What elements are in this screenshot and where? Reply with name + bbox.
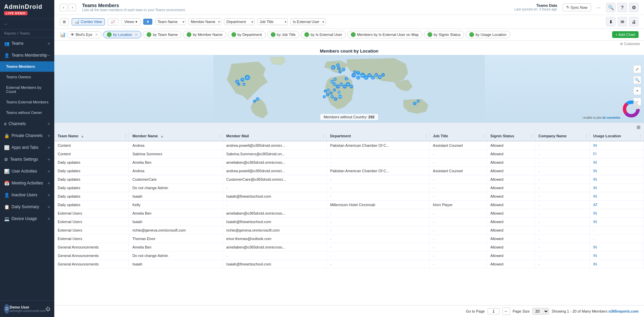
filter-button[interactable]: ▼: [143, 19, 152, 25]
sidebar-item-teams-members[interactable]: Teams Members: [0, 61, 54, 72]
table-row: General Announcements Amelia Ben ameliab…: [54, 243, 644, 252]
col-signin-status[interactable]: Signin Status ⋮: [487, 131, 535, 141]
sidebar-item-teams-external-members[interactable]: Teams External Members: [0, 97, 54, 107]
nav-forward-button[interactable]: ›: [69, 4, 76, 11]
sidebar-item-teams-without-owner[interactable]: Teams without Owner: [0, 107, 54, 118]
settings-button[interactable]: ⚙: [629, 3, 639, 12]
col-member-mail[interactable]: Member Mail ⋮: [223, 131, 326, 141]
sidebar-item-teams-settings[interactable]: ⚙ Teams Settings +: [0, 154, 54, 165]
grid-view-button[interactable]: ⊞: [60, 18, 69, 25]
export-print-button[interactable]: 🖨: [629, 17, 639, 26]
is-external-user-filter: Is External User: [290, 18, 325, 25]
tab-by-team-name[interactable]: by Team Name: [143, 31, 182, 38]
cell-member-name: Sabrina Summers: [129, 150, 223, 158]
svg-text:AM: AM: [368, 75, 371, 76]
by-location-close[interactable]: ✕: [135, 33, 138, 37]
tab-by-job-title[interactable]: by Job Title: [267, 31, 300, 38]
sidebar-item-channels[interactable]: # Channels +: [0, 118, 54, 130]
export-email-button[interactable]: ✉: [618, 17, 627, 26]
cell-department: Pakistan American Chamber Of C...: [326, 141, 429, 150]
export-download-button[interactable]: ⬇: [606, 17, 615, 26]
svg-text:SG: SG: [350, 86, 353, 87]
col-team-name[interactable]: Team Name ▲ ⋮: [54, 131, 129, 141]
cell-signin-status: Allowed: [487, 150, 535, 158]
help-button[interactable]: ?: [618, 3, 627, 12]
sidebar-item-inactive-users[interactable]: 👤 Inactive Users +: [0, 189, 54, 201]
tab-by-signin-status[interactable]: by Signin Status: [424, 31, 465, 38]
tab-by-usage-location[interactable]: by Usage Location: [466, 31, 510, 38]
chart-only-button[interactable]: 📈: [108, 18, 118, 25]
tab-birds-eye[interactable]: 👁 Bird's Eye ✕: [67, 31, 102, 38]
svg-text:29: 29: [347, 83, 349, 85]
sidebar-item-external-members-by-count[interactable]: External Members by Count: [0, 82, 54, 97]
sidebar-item-private-channels[interactable]: 🔒 Private Channels +: [0, 130, 54, 142]
col-menu-signin-status[interactable]: ⋮: [530, 134, 533, 138]
col-menu-company-name[interactable]: ⋮: [585, 134, 588, 138]
by-department-label: by Department: [238, 33, 262, 37]
col-company-name[interactable]: Company Name ⋮: [535, 131, 590, 141]
map-fullscreen-button[interactable]: ⤢: [633, 65, 641, 73]
cell-job-title: -: [429, 235, 487, 243]
cell-team-name: General Announcements: [54, 260, 129, 269]
map-zoom-in-button[interactable]: +: [633, 87, 641, 95]
add-chart-button[interactable]: + Add Chart: [612, 31, 639, 38]
members-by-external-user-on-map-icon: [351, 32, 356, 37]
cell-usage-location: IN: [590, 184, 644, 192]
cell-member-mail: andrea.powell@o365droid.onmicr...: [223, 141, 326, 150]
col-menu-usage-location[interactable]: ⋮: [639, 134, 642, 138]
team-name-filter: Team Name: [155, 18, 186, 25]
tab-by-member-name[interactable]: by Member Name: [183, 31, 226, 38]
is-external-user-select[interactable]: Is External User: [290, 18, 325, 25]
nav-back-button[interactable]: ‹: [60, 4, 67, 11]
map-search-button[interactable]: 🔍: [633, 76, 641, 84]
department-select[interactable]: Department: [224, 18, 254, 25]
sidebar-item-device-usage[interactable]: 💻 Device Usage +: [0, 213, 54, 225]
more-options-icon[interactable]: ···: [596, 5, 601, 10]
col-menu-member-mail[interactable]: ⋮: [322, 134, 325, 138]
logout-icon[interactable]: ⏻: [45, 306, 50, 312]
sidebar-item-user-activities[interactable]: 📊 User Activities +: [0, 165, 54, 177]
tab-by-is-external-user[interactable]: by Is External User: [301, 31, 346, 38]
page-number-input[interactable]: [488, 308, 500, 314]
prev-page-button[interactable]: ←: [503, 308, 510, 315]
sidebar-item-teams-membership[interactable]: 👤 Teams Membership −: [0, 49, 54, 61]
member-name-select[interactable]: Member Name: [188, 18, 221, 25]
col-menu-team-name[interactable]: ⋮: [124, 134, 127, 138]
sidebar-item-daily-summary[interactable]: 📋 Daily Summary +: [0, 201, 54, 213]
birds-eye-close[interactable]: ✕: [95, 33, 98, 37]
sidebar-item-teams[interactable]: 👥 Teams +: [0, 38, 54, 49]
cell-signin-status: Allowed: [487, 175, 535, 184]
team-name-select[interactable]: Team Name: [155, 18, 186, 25]
sidebar-item-meeting-activities[interactable]: 📅 Meeting Activities +: [0, 177, 54, 189]
col-menu-member-name[interactable]: ⋮: [218, 134, 221, 138]
col-department[interactable]: Department ⋮: [326, 131, 429, 141]
map-customize-btn[interactable]: ⚙ Customize: [620, 42, 640, 46]
cell-team-name: External Users: [54, 235, 129, 243]
sidebar-item-teams-owners[interactable]: Teams Owners: [0, 72, 54, 82]
by-job-title-icon: [271, 32, 276, 37]
job-title-select[interactable]: Job Title: [257, 18, 288, 25]
search-button[interactable]: 🔍: [606, 3, 615, 12]
tab-by-department[interactable]: by Department: [228, 31, 266, 38]
svg-text:TD: TD: [236, 81, 239, 83]
views-button[interactable]: Views ▾: [121, 18, 140, 25]
tab-by-location[interactable]: by Location ✕: [103, 31, 141, 38]
svg-text:15: 15: [353, 74, 355, 76]
col-menu-department[interactable]: ⋮: [424, 134, 428, 138]
svg-text:IS: IS: [337, 64, 338, 66]
col-job-title[interactable]: Job Title ⋮: [429, 131, 487, 141]
col-usage-location[interactable]: Usage Location ⋮: [590, 131, 644, 141]
sync-now-button[interactable]: ↻ Sync Now: [563, 3, 591, 11]
page-size-select[interactable]: 20 50 100: [532, 308, 549, 315]
sidebar-item-apps-and-tabs[interactable]: ⬜ Apps and Tabs +: [0, 142, 54, 154]
tab-members-by-is-external-user-on-map[interactable]: Members by Is External User on Map: [347, 31, 422, 38]
back-button[interactable]: ←: [0, 19, 54, 29]
cell-job-title: -: [429, 175, 487, 184]
sidebar-label-user-activities: User Activities: [12, 169, 37, 174]
combo-view-button[interactable]: 📊 Combo View: [72, 18, 105, 25]
table-settings-icon[interactable]: ⊞: [637, 124, 641, 130]
cell-member-name: Kelly: [129, 201, 223, 209]
col-menu-job-title[interactable]: ⋮: [482, 134, 485, 138]
svg-text:4: 4: [325, 91, 326, 92]
col-member-name[interactable]: Member Name ▲ ⋮: [129, 131, 223, 141]
